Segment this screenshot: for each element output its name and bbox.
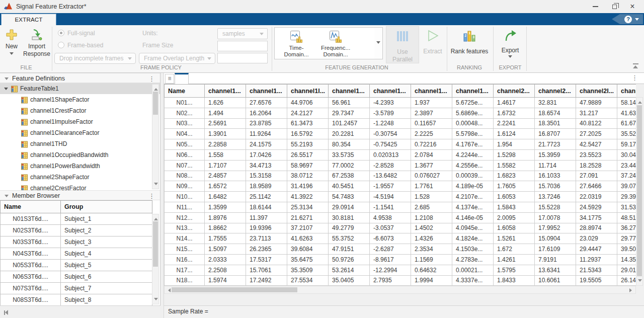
member-row[interactable]: N01S3T6d....Subject_1 — [1, 213, 152, 225]
export-button[interactable]: Export — [498, 29, 522, 60]
import-response-button[interactable]: Import Response — [22, 28, 51, 58]
drop-incomplete-frames-dropdown[interactable]: Drop incomplete frames — [54, 53, 136, 64]
frame-based-radio[interactable] — [58, 42, 64, 48]
panel-splitter[interactable] — [160, 73, 164, 318]
restore-button[interactable] — [606, 0, 623, 13]
value-cell: 41.6263 — [287, 233, 329, 244]
tree-item[interactable]: channel1CrestFactor — [0, 105, 160, 116]
collapse-panel-icon[interactable] — [4, 310, 8, 315]
feature-table-row[interactable]: N05...2.285824.157555.219380.354-0.75425… — [165, 139, 636, 150]
feature-column-header[interactable]: channel1... — [329, 85, 370, 98]
chevron-down-icon[interactable] — [5, 195, 9, 199]
close-button[interactable]: × — [624, 0, 641, 13]
feature-table-row[interactable]: N18...1.597417.249227.553435.04052.79351… — [165, 275, 636, 286]
tree-item[interactable]: channel1PowerBandwidth — [0, 161, 160, 172]
feature-column-header[interactable]: Name — [165, 85, 205, 98]
member-column-header[interactable]: Name — [1, 201, 61, 213]
tab-extract-features[interactable]: EXTRACT FEATURES — [1, 14, 56, 25]
member-row[interactable]: N02S3T6d....Subject_2 — [1, 225, 152, 236]
chevron-down-icon[interactable] — [5, 77, 9, 82]
units-dropdown[interactable]: samples — [217, 28, 268, 39]
frame-overlap-input[interactable] — [217, 53, 268, 63]
feature-column-header[interactable]: channel1... — [370, 85, 411, 98]
member-row[interactable]: N05S3T6d....Subject_5 — [1, 260, 152, 271]
feature-column-header[interactable]: channel1... — [246, 85, 287, 98]
kebab-menu-icon[interactable]: ⋮ — [148, 74, 155, 84]
minimize-button[interactable] — [587, 0, 604, 13]
gallery-item[interactable]: Frequenc...Domain... — [318, 28, 353, 59]
document-tab[interactable] — [175, 73, 189, 84]
feature-table-row[interactable]: N03...2.569123.878561.3473101.2457-1.224… — [165, 118, 636, 129]
feature-table-row[interactable]: N17...2.250815.706135.350953.2614-12.299… — [165, 265, 636, 275]
gallery-dropdown-button[interactable] — [374, 27, 383, 59]
new-button[interactable]: New — [3, 28, 20, 57]
member-row[interactable]: N04S3T6d....Subject_4 — [1, 248, 152, 260]
section-divider — [493, 27, 494, 71]
feature-table-row[interactable]: N09...1.657218.958931.419640.5451-1.9557… — [165, 181, 636, 192]
value-cell: 50.9726 — [329, 254, 370, 265]
tab-list-icon[interactable]: ≡ — [165, 74, 174, 84]
feature-table-row[interactable]: N06...1.55817.042626.551733.57350.020313… — [165, 149, 636, 160]
value-cell: 27.091 — [576, 171, 617, 181]
feature-table-row[interactable]: N12...1.897611.39721.627130.81814.95381.… — [165, 212, 636, 223]
feature-column-header[interactable]: channel1I... — [287, 85, 329, 98]
feature-table-row[interactable]: N11...1.359918.614425.313429.0914-1.1541… — [165, 202, 636, 212]
collapse-toolstrip-button[interactable] — [632, 63, 639, 68]
frame-overlap-length-dropdown[interactable]: Frame Overlap Length — [139, 53, 215, 64]
row-name-cell: N13... — [165, 223, 205, 233]
tree-scrollbar[interactable] — [152, 84, 159, 189]
tree-item[interactable]: channel2CrestFactor — [0, 183, 160, 190]
feature-column-header[interactable]: channel1... — [205, 85, 246, 98]
feature-column-header[interactable]: channel1... — [411, 85, 452, 98]
value-cell: 21.6271 — [287, 212, 329, 223]
member-column-header[interactable]: Group — [61, 201, 152, 213]
tree-item[interactable]: channel1ClearanceFactor — [0, 127, 160, 138]
feature-table-row[interactable]: N10...1.648225.114241.392254.7483-4.5194… — [165, 192, 636, 202]
value-cell: 0.64632 — [411, 265, 452, 275]
row-name-cell: N18... — [165, 275, 205, 286]
feature-table-row[interactable]: N14...1.755523.711341.626355.3752-6.6073… — [165, 233, 636, 244]
feature-table-row[interactable]: N01...1.62627.657644.970656.961-4.23931.… — [165, 98, 636, 108]
feature-column-header[interactable]: channel1... — [452, 85, 494, 98]
rank-features-button[interactable]: 2 1 3 Rank features — [448, 29, 491, 55]
tree-item[interactable]: channel1ShapeFactor — [0, 94, 160, 105]
feature-table-row[interactable]: N04...1.390111.926416.579220.2281-0.3075… — [165, 129, 636, 139]
gallery-item[interactable]: Time-Domain... — [279, 28, 314, 59]
member-row[interactable]: N08S3T6d....Subject_8 — [1, 294, 152, 306]
feature-column-header[interactable]: channel2... — [494, 85, 535, 98]
feature-table-row[interactable]: N15...1.509726.236539.608447.9151-2.6287… — [165, 244, 636, 255]
tree-item[interactable]: channel2ShapeFactor — [0, 172, 160, 183]
member-row[interactable]: N07S3T6d....Subject_7 — [1, 283, 152, 294]
feature-table-row[interactable]: N16...2.033317.531735.647550.9726-8.9617… — [165, 254, 636, 265]
feature-column-header[interactable]: channel2I... — [576, 85, 617, 98]
feature-column-header[interactable]: chann — [617, 85, 636, 98]
tree-item-root[interactable]: FeatureTable1 — [0, 83, 160, 94]
tree-item[interactable]: channel1THD — [0, 138, 160, 149]
value-cell: 2.2241 — [494, 118, 535, 129]
units-label: Units: — [142, 30, 158, 37]
feature-table-row[interactable]: N07...1.710734.471358.969777.0002-2.8528… — [165, 160, 636, 171]
feature-column-header[interactable]: channel2... — [535, 85, 576, 98]
feature-table-row[interactable]: N13...1.866219.939637.210749.2779-3.0537… — [165, 223, 636, 233]
kebab-menu-icon[interactable]: ⋮ — [631, 74, 638, 82]
member-row[interactable]: N06S3T6d....Subject_6 — [1, 271, 152, 283]
extract-button[interactable]: Extract — [422, 29, 444, 55]
tree-item[interactable]: channel1OccupiedBandwidth — [0, 149, 160, 161]
feature-table-row[interactable]: N02...1.49416.206424.212729.7347-3.57892… — [165, 108, 636, 118]
frame-size-input[interactable] — [217, 41, 268, 51]
feature-table-row[interactable]: N08...2.485715.315838.071267.2538-13.648… — [165, 171, 636, 181]
main-horizontal-scrollbar[interactable] — [164, 286, 636, 294]
kebab-menu-icon[interactable]: ⋮ — [148, 191, 155, 201]
import-response-icon — [30, 28, 43, 43]
member-row[interactable]: N03S3T6d....Subject_3 — [1, 236, 152, 248]
help-button[interactable]: ? — [612, 14, 643, 24]
member-scrollbar[interactable] — [152, 214, 159, 304]
value-cell: 24.2127 — [287, 108, 329, 118]
full-signal-radio[interactable] — [58, 30, 64, 36]
value-cell: 23.5523 — [576, 149, 617, 160]
chevron-down-icon[interactable] — [4, 88, 8, 92]
tree-item[interactable]: channel1ImpulseFactor — [0, 116, 160, 127]
use-parallel-button[interactable]: Use Parallel — [386, 26, 419, 63]
row-name-cell: N01... — [165, 98, 205, 108]
main-vertical-scrollbar[interactable] — [636, 97, 643, 286]
